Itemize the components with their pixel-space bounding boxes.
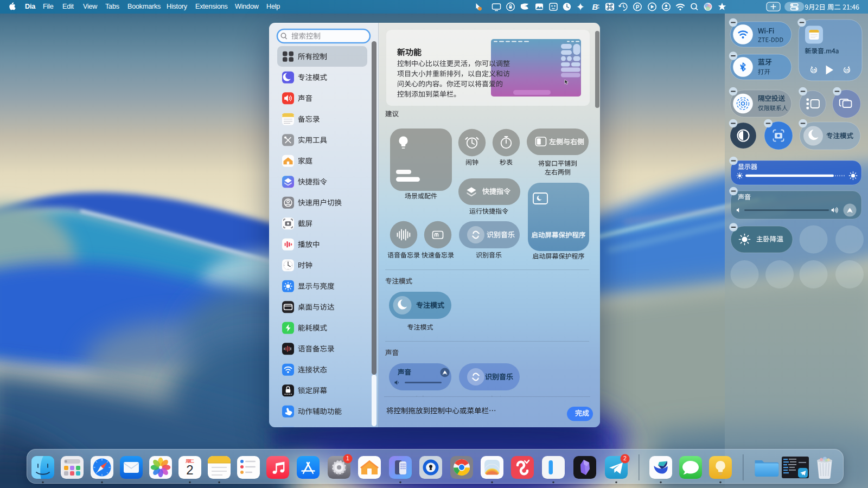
svg-text:2: 2 [186,463,193,477]
svg-text:2: 2 [623,455,627,461]
svg-text:1: 1 [346,455,349,461]
svg-text:B: B [592,2,598,11]
svg-text:P: P [636,4,640,10]
